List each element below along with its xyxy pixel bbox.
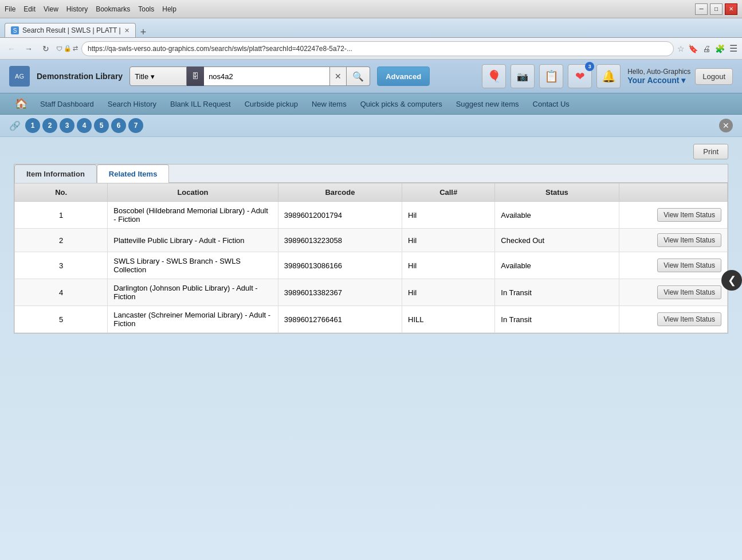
search-type-select[interactable]: Title ▾ [129, 66, 187, 86]
balloon-icon: 🎈 [482, 64, 506, 88]
menu-view[interactable]: View [44, 5, 58, 13]
nav-quick-picks[interactable]: Quick picks & computers [354, 93, 449, 114]
search-clear-button[interactable]: ✕ [330, 66, 347, 86]
topbar-icons: 🎈 📷 📋 ❤ 3 🔔 Hello, Auto-Graphics Your Ac… [482, 64, 733, 88]
advanced-search-button[interactable]: Advanced [377, 66, 430, 86]
nav-search-history[interactable]: Search History [101, 93, 163, 114]
cell-call-3: Hil [402, 252, 495, 279]
minimize-button[interactable]: ─ [695, 3, 708, 15]
col-call: Call# [402, 183, 495, 202]
active-tab[interactable]: S Search Result | SWLS | PLATT | ✕ [5, 23, 136, 37]
library-logo: AG [9, 66, 30, 87]
search-type-label: Title [135, 72, 148, 81]
tabs-container: Item Information Related Items No. Locat… [14, 164, 728, 334]
view-item-status-button-4[interactable]: View Item Status [657, 285, 721, 299]
page-6-button[interactable]: 6 [111, 118, 126, 133]
pocket-icon[interactable]: 🔖 [688, 44, 698, 53]
tab-label: Search Result | SWLS | PLATT | [22, 26, 121, 34]
cell-no-4: 4 [15, 279, 108, 306]
cell-action-4: View Item Status [619, 279, 727, 306]
back-button[interactable]: ← [5, 42, 18, 56]
library-name: Demonstration Library [37, 72, 123, 81]
cell-status-4: In Transit [495, 279, 619, 306]
page-7-button[interactable]: 7 [128, 118, 143, 133]
balloon-icon-wrap[interactable]: 🎈 [482, 64, 506, 88]
cell-location-5: Lancaster (Schreiner Memorial Library) -… [108, 306, 278, 333]
cell-no-1: 1 [15, 202, 108, 229]
cell-action-3: View Item Status [619, 252, 727, 279]
new-tab-button[interactable]: + [136, 27, 151, 37]
cell-status-1: Available [495, 202, 619, 229]
nav-curbside[interactable]: Curbside pickup [238, 93, 305, 114]
heart-icon-wrap[interactable]: ❤ 3 [568, 64, 592, 88]
cell-location-4: Darlington (Johnson Public Library) - Ad… [108, 279, 278, 306]
close-button[interactable]: ✕ [725, 3, 737, 15]
search-bar: Title ▾ 🗄 ✕ 🔍 [129, 66, 370, 86]
print-row: Print [14, 144, 728, 159]
page-2-button[interactable]: 2 [42, 118, 57, 133]
menu-edit[interactable]: Edit [23, 5, 36, 13]
url-bar[interactable] [81, 41, 674, 56]
main-content: Print Item Information Related Items No.… [0, 137, 742, 340]
security-icons: 🛡 🔒 ⇄ [56, 45, 78, 52]
cell-action-2: View Item Status [619, 229, 727, 252]
browser-menu[interactable]: File Edit View History Bookmarks Tools H… [5, 5, 176, 13]
page-4-button[interactable]: 4 [77, 118, 92, 133]
extensions-icon[interactable]: 🧩 [715, 44, 725, 53]
bell-icon-wrap[interactable]: 🔔 [596, 64, 621, 88]
page-1-button[interactable]: 1 [25, 118, 40, 133]
cell-no-3: 3 [15, 252, 108, 279]
table-row: 2 Platteville Public Library - Adult - F… [15, 229, 728, 252]
cell-barcode-4: 39896013382367 [278, 279, 402, 306]
nav-blank-ill[interactable]: Blank ILL Request [163, 93, 238, 114]
print-button[interactable]: Print [693, 144, 728, 159]
tab-related-items[interactable]: Related Items [97, 165, 170, 183]
app-topbar: AG Demonstration Library Title ▾ 🗄 ✕ 🔍 A… [0, 60, 742, 93]
chevron-down-icon: ▾ [151, 72, 155, 81]
user-account-button[interactable]: Your Account ▾ [627, 76, 690, 85]
page-3-button[interactable]: 3 [60, 118, 74, 133]
search-go-button[interactable]: 🔍 [347, 66, 370, 86]
camera-icon: 📷 [511, 64, 535, 88]
print-nav-icon[interactable]: 🖨 [702, 44, 710, 53]
home-button[interactable]: 🏠 [9, 93, 33, 114]
view-item-status-button-3[interactable]: View Item Status [657, 259, 721, 272]
link-icon[interactable]: 🔗 [9, 120, 21, 131]
table-row: 4 Darlington (Johnson Public Library) - … [15, 279, 728, 306]
maximize-button[interactable]: □ [710, 3, 723, 15]
window-controls[interactable]: ─ □ ✕ [695, 3, 737, 15]
close-pagination-button[interactable]: ✕ [719, 119, 733, 132]
menu-history[interactable]: History [66, 5, 88, 13]
cell-action-1: View Item Status [619, 202, 727, 229]
menu-bookmarks[interactable]: Bookmarks [96, 5, 130, 13]
page-5-button[interactable]: 5 [94, 118, 109, 133]
table-row: 3 SWLS Library - SWLS Branch - SWLS Coll… [15, 252, 728, 279]
reload-button[interactable]: ↻ [39, 42, 53, 56]
nav-staff-dashboard[interactable]: Staff Dashboard [33, 93, 101, 114]
side-chevron-button[interactable]: ❮ [721, 270, 742, 291]
menu-help[interactable]: Help [162, 5, 176, 13]
cell-status-2: Checked Out [495, 229, 619, 252]
tab-item-information[interactable]: Item Information [14, 165, 97, 183]
logout-button[interactable]: Logout [695, 68, 733, 85]
col-action [619, 183, 727, 202]
list-icon-wrap[interactable]: 📋 [539, 64, 563, 88]
view-item-status-button-1[interactable]: View Item Status [657, 208, 721, 222]
col-barcode: Barcode [278, 183, 402, 202]
bookmark-icon[interactable]: ☆ [677, 44, 685, 53]
camera-icon-wrap[interactable]: 📷 [511, 64, 535, 88]
nav-new-items[interactable]: New items [305, 93, 354, 114]
menu-file[interactable]: File [5, 5, 15, 13]
hamburger-menu-icon[interactable]: ☰ [729, 43, 737, 54]
nav-suggest-items[interactable]: Suggest new items [449, 93, 526, 114]
tab-close-button[interactable]: ✕ [124, 27, 129, 34]
forward-button[interactable]: → [22, 42, 36, 56]
table-row: 1 Boscobel (Hildebrand Memorial Library)… [15, 202, 728, 229]
cell-action-5: View Item Status [619, 306, 727, 333]
menu-tools[interactable]: Tools [138, 5, 154, 13]
view-item-status-button-5[interactable]: View Item Status [657, 312, 721, 326]
view-item-status-button-2[interactable]: View Item Status [657, 233, 721, 247]
col-no: No. [15, 183, 108, 202]
nav-contact-us[interactable]: Contact Us [526, 93, 576, 114]
search-text-input[interactable] [204, 66, 330, 86]
